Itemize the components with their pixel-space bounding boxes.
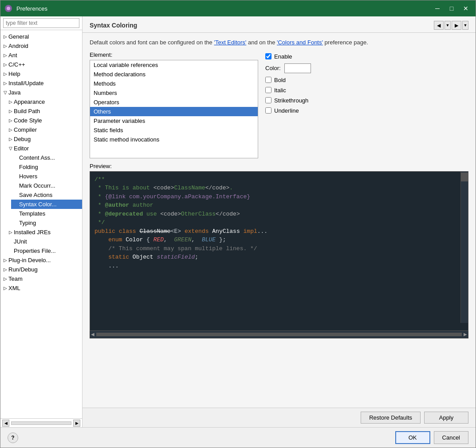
sidebar-item-folding[interactable]: Folding [11, 162, 82, 172]
sidebar-item-java[interactable]: ▽ Java [0, 88, 82, 97]
list-item-others[interactable]: Others [90, 107, 258, 116]
info-text-end: preference page. [325, 39, 368, 46]
sidebar-item-general[interactable]: ▷ General [0, 32, 82, 41]
italic-checkbox[interactable] [265, 87, 271, 93]
label-markoccur: Mark Occurr... [19, 182, 55, 189]
sidebar-scroll-right[interactable]: ▶ [73, 420, 80, 427]
sidebar-item-xml[interactable]: ▷ XML [0, 283, 82, 293]
sidebar-item-plugindev[interactable]: ▷ Plug-in Develo... [0, 255, 82, 265]
minimize-button[interactable]: ─ [431, 3, 444, 14]
sidebar-item-compiler[interactable]: ▷ Compiler [6, 125, 82, 134]
sidebar-item-codestyle[interactable]: ▷ Code Style [6, 116, 82, 125]
nav-back-dropdown[interactable]: ▼ [445, 21, 451, 30]
java-children: ▷ Appearance ▷ Build Path ▷ Code S [0, 97, 82, 255]
apply-button[interactable]: Apply [424, 412, 468, 424]
arrow-team: ▷ [2, 276, 8, 281]
sidebar-item-markoccur[interactable]: Mark Occurr... [11, 181, 82, 190]
element-section: Element: Local variable references Metho… [90, 51, 468, 158]
list-item-paramvars[interactable]: Parameter variables [90, 116, 258, 126]
sidebar-hscrollbar[interactable] [11, 421, 71, 425]
sidebar-item-editor[interactable]: ▽ Editor [6, 144, 82, 153]
hscroll-thumb[interactable] [96, 333, 462, 336]
vscroll-thumb[interactable] [461, 173, 468, 181]
bold-checkbox[interactable] [265, 77, 271, 83]
list-item-localvar[interactable]: Local variable references [90, 60, 258, 70]
close-button[interactable]: ✕ [460, 3, 472, 14]
help-button[interactable]: ? [8, 432, 18, 443]
sidebar-item-rundebug[interactable]: ▷ Run/Debug [0, 265, 82, 274]
sidebar-item-syntaxcolor[interactable]: Syntax Color... [11, 200, 82, 209]
sidebar-item-team[interactable]: ▷ Team [0, 274, 82, 283]
label-general: General [8, 33, 29, 40]
label-saveactions: Save Actions [19, 192, 52, 198]
sidebar-scroll-left[interactable]: ◀ [2, 420, 9, 427]
sidebar-item-buildpath[interactable]: ▷ Build Path [6, 106, 82, 116]
nav-forward-dropdown[interactable]: ▼ [462, 21, 468, 30]
maximize-button[interactable]: □ [445, 3, 458, 14]
element-list-container: Local variable references Method declara… [90, 60, 258, 158]
sidebar-filter-input[interactable] [3, 18, 79, 28]
italic-row: Italic [265, 87, 311, 94]
list-item-staticmethod[interactable]: Static method invocations [90, 135, 258, 144]
sidebar-item-help[interactable]: ▷ Help [0, 69, 82, 79]
preview-label: Preview: [90, 163, 468, 169]
label-folding: Folding [19, 164, 38, 170]
strikethrough-row: Strikethrough [265, 97, 311, 104]
main-area: ▷ General ▷ Android ▷ Ant [0, 16, 476, 427]
sidebar-item-junit[interactable]: JUnit [6, 237, 82, 246]
sidebar-item-hovers[interactable]: Hovers [11, 172, 82, 181]
restore-defaults-button[interactable]: Restore Defaults [361, 412, 421, 424]
sidebar-item-android[interactable]: ▷ Android [0, 41, 82, 51]
ok-button[interactable]: OK [395, 431, 430, 444]
sidebar-item-install[interactable]: ▷ Install/Update [0, 79, 82, 88]
code-line-7: public class ClassName<E> extends AnyCla… [94, 227, 464, 236]
label-contentass: Content Ass... [19, 154, 55, 161]
sidebar-item-saveactions[interactable]: Save Actions [11, 190, 82, 200]
bold-row: Bold [265, 77, 311, 83]
sidebar-item-propertiesfile[interactable]: Properties File... [6, 246, 82, 255]
sidebar-item-typing[interactable]: Typing [11, 218, 82, 228]
titlebar: Preferences ─ □ ✕ [0, 0, 476, 16]
label-templates: Templates [19, 210, 45, 217]
editor-children: Content Ass... Folding [6, 153, 82, 228]
underline-row: Underline [265, 107, 311, 114]
list-item-staticfields[interactable]: Static fields [90, 126, 258, 135]
label-buildpath: Build Path [14, 108, 40, 114]
strikethrough-checkbox[interactable] [265, 97, 271, 103]
sidebar-item-ant[interactable]: ▷ Ant [0, 51, 82, 60]
list-item-operators[interactable]: Operators [90, 98, 258, 107]
color-swatch[interactable] [284, 63, 311, 73]
hscroll-left-arrow[interactable]: ◀ [91, 332, 94, 337]
list-item-methods[interactable]: Methods [90, 79, 258, 88]
text-editors-link[interactable]: 'Text Editors' [214, 39, 246, 46]
nav-back-button[interactable]: ◀ [434, 21, 444, 30]
underline-checkbox[interactable] [265, 107, 271, 114]
sidebar-item-contentass[interactable]: Content Ass... [11, 153, 82, 162]
sidebar-item-installedjres[interactable]: ▷ Installed JREs [6, 228, 82, 237]
list-item-numbers[interactable]: Numbers [90, 88, 258, 98]
sidebar-item-cpp[interactable]: ▷ C/C++ [0, 60, 82, 69]
bottom-actions: Restore Defaults Apply [83, 408, 476, 427]
arrow-rundebug: ▷ [2, 267, 8, 272]
list-item-methoddecl[interactable]: Method declarations [90, 70, 258, 79]
arrow-installedjres: ▷ [8, 230, 14, 235]
sidebar-item-debug[interactable]: ▷ Debug [6, 134, 82, 144]
code-line-8: enum Color { RED, GREEN, BLUE }; [94, 236, 464, 244]
info-text-mid: and on the [248, 39, 277, 46]
arrow-editor: ▽ [8, 146, 14, 151]
label-debug: Debug [14, 136, 31, 142]
sidebar-item-appearance[interactable]: ▷ Appearance [6, 97, 82, 106]
nav-forward-button[interactable]: ▶ [452, 21, 461, 30]
preview-hscrollbar[interactable]: ◀ ▶ [90, 331, 468, 338]
enable-checkbox[interactable] [265, 53, 271, 59]
code-line-1: /** [94, 175, 464, 184]
arrow-android: ▷ [2, 43, 8, 48]
label-plugindev: Plug-in Develo... [8, 257, 51, 263]
colors-fonts-link[interactable]: 'Colors and Fonts' [277, 39, 323, 46]
element-list[interactable]: Local variable references Method declara… [90, 60, 258, 158]
sidebar-item-templates[interactable]: Templates [11, 209, 82, 218]
hscroll-right-arrow[interactable]: ▶ [464, 332, 467, 337]
preview-vscrollbar[interactable] [460, 172, 468, 323]
cancel-button[interactable]: Cancel [434, 431, 468, 444]
label-team: Team [8, 275, 23, 282]
